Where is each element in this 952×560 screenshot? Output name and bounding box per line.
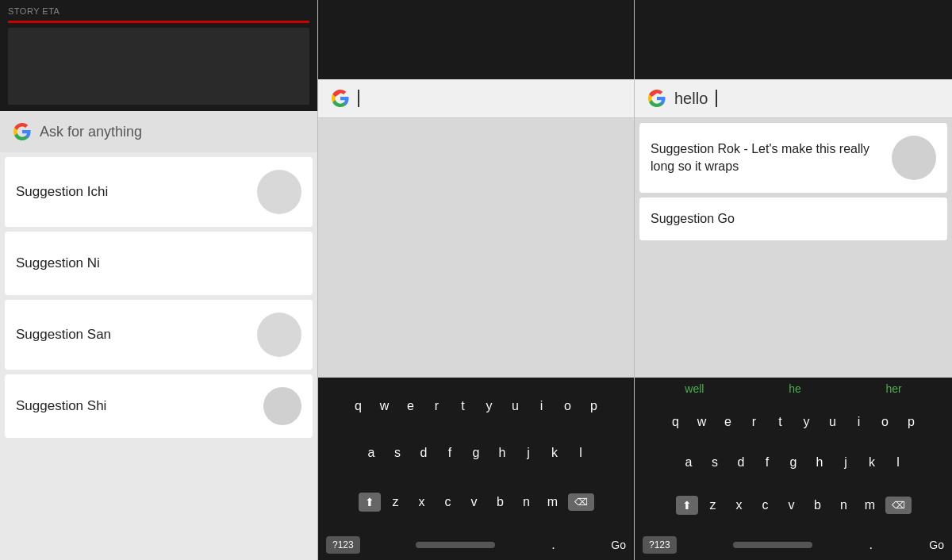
key-r[interactable]: r — [743, 415, 766, 429]
panel-3-search-bar[interactable]: hello — [635, 79, 952, 118]
key-h[interactable]: h — [491, 446, 513, 460]
key-g[interactable]: g — [465, 446, 487, 460]
key-u[interactable]: u — [822, 415, 844, 429]
backspace-key[interactable]: ⌫ — [568, 493, 594, 511]
key-o[interactable]: o — [874, 415, 896, 429]
go-key[interactable]: Go — [929, 539, 944, 551]
key-h[interactable]: h — [808, 455, 831, 470]
key-f[interactable]: f — [439, 446, 461, 460]
key-c[interactable]: c — [437, 495, 459, 509]
key-x[interactable]: x — [728, 498, 750, 512]
word-suggestion-well[interactable]: well — [685, 382, 704, 395]
key-row-2: a s d f g h j k l — [638, 455, 949, 470]
suggestion-card-1[interactable]: Suggestion Rok - Let's make this really … — [639, 123, 947, 193]
key-m[interactable]: m — [859, 498, 881, 512]
period-key[interactable]: . — [869, 538, 872, 552]
panel-2-search-bar[interactable] — [318, 79, 634, 118]
key-p[interactable]: p — [900, 415, 923, 429]
key-e[interactable]: e — [717, 415, 739, 429]
key-s[interactable]: s — [386, 446, 409, 460]
key-k[interactable]: k — [543, 446, 566, 460]
key-l[interactable]: l — [570, 446, 592, 460]
key-y[interactable]: y — [796, 415, 818, 429]
key-n[interactable]: n — [516, 495, 538, 509]
story-eta-label: STORY ETA — [8, 6, 309, 16]
key-s[interactable]: s — [704, 455, 726, 470]
suggestion-card-2[interactable]: Suggestion Go — [639, 198, 947, 240]
key-v[interactable]: v — [463, 495, 486, 509]
key-i[interactable]: i — [531, 399, 553, 413]
list-item[interactable]: Suggestion San — [5, 300, 313, 370]
search-bar[interactable]: Ask for anything — [0, 111, 317, 152]
key-f[interactable]: f — [756, 455, 778, 470]
key-j[interactable]: j — [517, 446, 539, 460]
key-i[interactable]: i — [848, 415, 870, 429]
key-z[interactable]: z — [385, 495, 407, 509]
space-key[interactable] — [733, 542, 812, 548]
key-o[interactable]: o — [557, 399, 579, 413]
keyboard-rows: q w e r t y u i o p a s d f g h j k — [635, 397, 952, 533]
backspace-key[interactable]: ⌫ — [885, 497, 912, 514]
key-row-1: q w e r t y u i o p — [321, 399, 631, 413]
key-d[interactable]: d — [730, 455, 752, 470]
google-logo-icon — [13, 122, 32, 141]
key-y[interactable]: y — [478, 399, 501, 413]
period-key[interactable]: . — [551, 538, 555, 552]
key-a[interactable]: a — [360, 446, 382, 460]
key-t[interactable]: t — [452, 399, 474, 413]
shift-key[interactable]: ⬆ — [676, 496, 698, 515]
panel-2-header — [318, 0, 634, 79]
suggestion-thumbnail — [263, 387, 301, 425]
key-q[interactable]: q — [665, 415, 687, 429]
key-q[interactable]: q — [347, 399, 370, 413]
key-u[interactable]: u — [505, 399, 527, 413]
key-n[interactable]: n — [833, 498, 855, 512]
shift-key[interactable]: ⬆ — [359, 493, 381, 512]
text-cursor — [358, 90, 359, 107]
list-item[interactable]: Suggestion Ichi — [5, 157, 313, 227]
word-suggestion-he[interactable]: he — [789, 382, 801, 395]
key-c[interactable]: c — [754, 498, 777, 512]
key-b[interactable]: b — [807, 498, 829, 512]
suggestion-text: Suggestion San — [16, 327, 111, 343]
key-m[interactable]: m — [542, 495, 564, 509]
suggestion-list: Suggestion Ichi Suggestion Ni Suggestion… — [0, 152, 317, 560]
key-t[interactable]: t — [770, 415, 792, 429]
key-x[interactable]: x — [411, 495, 433, 509]
panel-1: STORY ETA Ask for anything Suggestion Ic… — [0, 0, 317, 560]
go-key[interactable]: Go — [611, 539, 626, 551]
key-k[interactable]: k — [861, 455, 883, 470]
panel-3: hello Suggestion Rok - Let's make this r… — [635, 0, 952, 560]
key-w[interactable]: w — [374, 399, 396, 413]
space-key[interactable] — [416, 542, 495, 548]
key-e[interactable]: e — [400, 399, 422, 413]
key-w[interactable]: w — [691, 415, 713, 429]
key-z[interactable]: z — [702, 498, 724, 512]
list-item[interactable]: Suggestion Shi — [5, 374, 313, 438]
panel-2: q w e r t y u i o p a s d f g h j k — [317, 0, 635, 560]
keyboard-bottom-row: ?123 . Go — [635, 533, 952, 560]
key-r[interactable]: r — [426, 399, 448, 413]
key-v[interactable]: v — [781, 498, 803, 512]
key-b[interactable]: b — [489, 495, 512, 509]
list-item[interactable]: Suggestion Ni — [5, 232, 313, 295]
keyboard-bottom-row: ?123 . Go — [318, 533, 634, 560]
panel-3-suggestions: Suggestion Rok - Let's make this really … — [635, 118, 952, 378]
key-g[interactable]: g — [782, 455, 804, 470]
key-row-2: a s d f g h j k l — [321, 446, 631, 460]
google-logo-icon — [331, 89, 350, 108]
key-l[interactable]: l — [887, 455, 909, 470]
key-p[interactable]: p — [583, 399, 605, 413]
panel-2-content — [318, 118, 634, 378]
media-thumbnail — [8, 28, 309, 105]
suggestion-thumbnail — [257, 313, 301, 357]
key-d[interactable]: d — [413, 446, 435, 460]
search-input-text[interactable]: hello — [674, 90, 708, 108]
suggestion-text: Suggestion Shi — [16, 398, 106, 414]
num-key[interactable]: ?123 — [643, 536, 677, 554]
key-a[interactable]: a — [678, 455, 700, 470]
word-suggestion-her[interactable]: her — [885, 382, 901, 395]
num-key[interactable]: ?123 — [326, 536, 360, 554]
key-j[interactable]: j — [835, 455, 857, 470]
search-placeholder-text[interactable]: Ask for anything — [40, 124, 142, 140]
